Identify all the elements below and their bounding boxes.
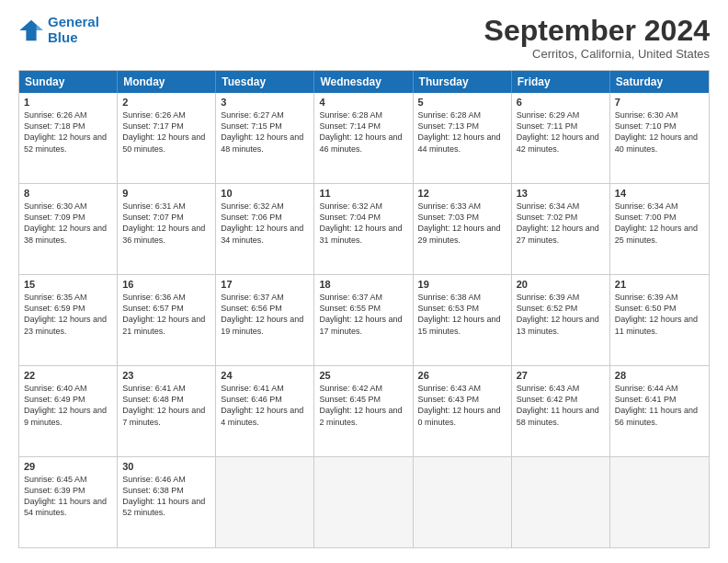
cell-text: Sunrise: 6:34 AMSunset: 7:02 PMDaylight:… <box>517 201 605 246</box>
cell-text: Sunrise: 6:32 AMSunset: 7:06 PMDaylight:… <box>221 201 309 246</box>
day-number: 1 <box>24 97 112 108</box>
cell-text: Sunrise: 6:33 AMSunset: 7:03 PMDaylight:… <box>418 201 506 246</box>
calendar-cell <box>314 457 413 547</box>
calendar-cell: 9Sunrise: 6:31 AMSunset: 7:07 PMDaylight… <box>118 184 216 274</box>
day-number: 27 <box>517 370 605 381</box>
day-number: 4 <box>319 97 407 108</box>
header-day-sunday: Sunday <box>19 71 118 93</box>
day-number: 19 <box>418 279 506 290</box>
day-number: 9 <box>122 188 210 199</box>
cell-text: Sunrise: 6:28 AMSunset: 7:14 PMDaylight:… <box>319 109 407 155</box>
day-number: 3 <box>221 97 309 108</box>
calendar-row-5: 29Sunrise: 6:45 AMSunset: 6:39 PMDayligh… <box>19 456 709 547</box>
calendar-cell: 1Sunrise: 6:26 AMSunset: 7:18 PMDaylight… <box>19 93 118 183</box>
calendar-cell <box>610 457 709 547</box>
day-number: 18 <box>319 279 407 290</box>
header-day-wednesday: Wednesday <box>314 71 413 93</box>
calendar-cell <box>512 457 610 547</box>
day-number: 23 <box>122 370 210 381</box>
calendar: SundayMondayTuesdayWednesdayThursdayFrid… <box>18 70 710 548</box>
calendar-cell: 17Sunrise: 6:37 AMSunset: 6:56 PMDayligh… <box>216 275 314 365</box>
cell-text: Sunrise: 6:34 AMSunset: 7:00 PMDaylight:… <box>615 201 704 246</box>
calendar-cell: 24Sunrise: 6:41 AMSunset: 6:46 PMDayligh… <box>216 366 314 456</box>
header-day-thursday: Thursday <box>414 71 512 93</box>
cell-text: Sunrise: 6:42 AMSunset: 6:45 PMDaylight:… <box>319 383 407 428</box>
day-number: 12 <box>418 188 506 199</box>
calendar-cell: 21Sunrise: 6:39 AMSunset: 6:50 PMDayligh… <box>610 275 709 365</box>
day-number: 13 <box>517 188 605 199</box>
calendar-row-3: 15Sunrise: 6:35 AMSunset: 6:59 PMDayligh… <box>19 274 709 365</box>
cell-text: Sunrise: 6:39 AMSunset: 6:52 PMDaylight:… <box>517 292 605 337</box>
cell-text: Sunrise: 6:28 AMSunset: 7:13 PMDaylight:… <box>418 109 506 155</box>
day-number: 6 <box>517 97 605 108</box>
page: General Blue September 2024 Cerritos, Ca… <box>0 0 728 563</box>
cell-text: Sunrise: 6:30 AMSunset: 7:10 PMDaylight:… <box>615 109 704 155</box>
cell-text: Sunrise: 6:41 AMSunset: 6:46 PMDaylight:… <box>221 383 309 428</box>
day-number: 16 <box>122 279 210 290</box>
cell-text: Sunrise: 6:37 AMSunset: 6:55 PMDaylight:… <box>319 292 407 337</box>
calendar-cell: 23Sunrise: 6:41 AMSunset: 6:48 PMDayligh… <box>118 366 216 456</box>
cell-text: Sunrise: 6:46 AMSunset: 6:38 PMDaylight:… <box>122 474 210 519</box>
day-number: 2 <box>122 97 210 108</box>
header: General Blue September 2024 Cerritos, Ca… <box>18 15 710 61</box>
cell-text: Sunrise: 6:43 AMSunset: 6:43 PMDaylight:… <box>418 383 506 428</box>
day-number: 10 <box>221 188 309 199</box>
day-number: 20 <box>517 279 605 290</box>
logo-blue: Blue <box>48 29 78 45</box>
day-number: 30 <box>122 461 210 472</box>
cell-text: Sunrise: 6:26 AMSunset: 7:18 PMDaylight:… <box>24 109 112 155</box>
cell-text: Sunrise: 6:26 AMSunset: 7:17 PMDaylight:… <box>122 109 210 155</box>
cell-text: Sunrise: 6:38 AMSunset: 6:53 PMDaylight:… <box>418 292 506 337</box>
header-day-tuesday: Tuesday <box>216 71 314 93</box>
day-number: 11 <box>319 188 407 199</box>
day-number: 21 <box>615 279 704 290</box>
day-number: 29 <box>24 461 112 472</box>
calendar-cell: 29Sunrise: 6:45 AMSunset: 6:39 PMDayligh… <box>19 457 118 547</box>
calendar-cell: 7Sunrise: 6:30 AMSunset: 7:10 PMDaylight… <box>610 93 709 183</box>
day-number: 17 <box>221 279 309 290</box>
calendar-cell: 5Sunrise: 6:28 AMSunset: 7:13 PMDaylight… <box>414 93 512 183</box>
cell-text: Sunrise: 6:29 AMSunset: 7:11 PMDaylight:… <box>517 109 605 155</box>
cell-text: Sunrise: 6:36 AMSunset: 6:57 PMDaylight:… <box>122 292 210 337</box>
calendar-cell: 19Sunrise: 6:38 AMSunset: 6:53 PMDayligh… <box>414 275 512 365</box>
cell-text: Sunrise: 6:32 AMSunset: 7:04 PMDaylight:… <box>319 201 407 246</box>
calendar-cell: 4Sunrise: 6:28 AMSunset: 7:14 PMDaylight… <box>314 93 413 183</box>
calendar-cell: 2Sunrise: 6:26 AMSunset: 7:17 PMDaylight… <box>118 93 216 183</box>
logo-text: General Blue <box>48 15 99 45</box>
calendar-cell: 3Sunrise: 6:27 AMSunset: 7:15 PMDaylight… <box>216 93 314 183</box>
day-number: 24 <box>221 370 309 381</box>
calendar-cell: 15Sunrise: 6:35 AMSunset: 6:59 PMDayligh… <box>19 275 118 365</box>
day-number: 22 <box>24 370 112 381</box>
calendar-cell: 12Sunrise: 6:33 AMSunset: 7:03 PMDayligh… <box>414 184 512 274</box>
cell-text: Sunrise: 6:43 AMSunset: 6:42 PMDaylight:… <box>517 383 605 428</box>
calendar-cell: 13Sunrise: 6:34 AMSunset: 7:02 PMDayligh… <box>512 184 610 274</box>
day-number: 28 <box>615 370 704 381</box>
cell-text: Sunrise: 6:31 AMSunset: 7:07 PMDaylight:… <box>122 201 210 246</box>
cell-text: Sunrise: 6:45 AMSunset: 6:39 PMDaylight:… <box>24 474 112 519</box>
calendar-cell: 16Sunrise: 6:36 AMSunset: 6:57 PMDayligh… <box>118 275 216 365</box>
calendar-row-2: 8Sunrise: 6:30 AMSunset: 7:09 PMDaylight… <box>19 183 709 274</box>
location: Cerritos, California, United States <box>484 47 710 61</box>
cell-text: Sunrise: 6:37 AMSunset: 6:56 PMDaylight:… <box>221 292 309 337</box>
day-number: 15 <box>24 279 112 290</box>
day-number: 26 <box>418 370 506 381</box>
calendar-header: SundayMondayTuesdayWednesdayThursdayFrid… <box>19 71 709 93</box>
calendar-cell: 22Sunrise: 6:40 AMSunset: 6:49 PMDayligh… <box>19 366 118 456</box>
cell-text: Sunrise: 6:30 AMSunset: 7:09 PMDaylight:… <box>24 201 112 246</box>
day-number: 8 <box>24 188 112 199</box>
header-day-friday: Friday <box>512 71 610 93</box>
cell-text: Sunrise: 6:39 AMSunset: 6:50 PMDaylight:… <box>615 292 704 337</box>
cell-text: Sunrise: 6:44 AMSunset: 6:41 PMDaylight:… <box>615 383 704 428</box>
calendar-cell: 27Sunrise: 6:43 AMSunset: 6:42 PMDayligh… <box>512 366 610 456</box>
calendar-cell: 14Sunrise: 6:34 AMSunset: 7:00 PMDayligh… <box>610 184 709 274</box>
day-number: 7 <box>615 97 704 108</box>
calendar-cell: 18Sunrise: 6:37 AMSunset: 6:55 PMDayligh… <box>314 275 413 365</box>
calendar-row-1: 1Sunrise: 6:26 AMSunset: 7:18 PMDaylight… <box>19 93 709 183</box>
calendar-cell: 25Sunrise: 6:42 AMSunset: 6:45 PMDayligh… <box>314 366 413 456</box>
cell-text: Sunrise: 6:40 AMSunset: 6:49 PMDaylight:… <box>24 383 112 428</box>
logo-general: General <box>48 14 99 29</box>
logo-icon <box>18 17 44 43</box>
calendar-cell: 11Sunrise: 6:32 AMSunset: 7:04 PMDayligh… <box>314 184 413 274</box>
calendar-cell: 10Sunrise: 6:32 AMSunset: 7:06 PMDayligh… <box>216 184 314 274</box>
cell-text: Sunrise: 6:41 AMSunset: 6:48 PMDaylight:… <box>122 383 210 428</box>
